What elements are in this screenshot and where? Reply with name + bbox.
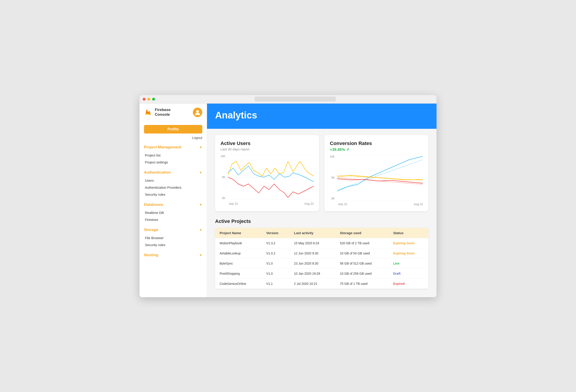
avatar[interactable]	[193, 108, 202, 117]
sidebar-item-file-browser[interactable]: File Browser	[144, 234, 202, 241]
cell-storage: 10 GB of 256 GB used	[336, 268, 389, 278]
sidebar-item-firestore[interactable]: Firestore	[144, 216, 202, 223]
cell-last-activity: 12 Jun 2020 9:30	[289, 248, 335, 258]
authentication-title: Authentication	[144, 170, 171, 175]
cell-project-name: MotionPlaybook	[215, 238, 262, 248]
active-projects-section: Active Projects Project Name Version Las…	[215, 218, 428, 289]
sidebar-section-hosting: Hosting ▼	[140, 248, 207, 260]
cell-project-name: AirtableLookup	[215, 248, 262, 258]
table-header-row: Project Name Version Last activity Stora…	[215, 228, 428, 238]
logout-button[interactable]: Logout	[140, 135, 207, 141]
sidebar-section-authentication: Authentication ▼ Users Authentication Pr…	[140, 166, 207, 198]
projects-table-body: MotionPlaybook V1.3.2 15 May 2020 8:24 5…	[215, 238, 428, 289]
storage-header[interactable]: Storage ▼	[144, 228, 202, 232]
databases-title: Databases	[144, 202, 163, 207]
sidebar-section-project-management: Project Management ▼ Project list Projec…	[140, 141, 207, 166]
active-projects-title: Active Projects	[215, 218, 428, 224]
active-users-x-end: Aug 22	[304, 202, 314, 205]
sidebar-section-storage: Storage ▼ File Browser Security rules	[140, 223, 207, 248]
firebase-logo-icon	[144, 108, 152, 117]
cell-version: V1.3.2	[262, 238, 289, 248]
cell-project-name: ByteSync	[215, 258, 262, 268]
y-label-top: 10K	[221, 155, 225, 158]
sidebar-item-realtime-db[interactable]: Realtime DB	[144, 209, 202, 216]
brand-name: Firebase Console	[155, 108, 171, 117]
cell-version: V1.0.2	[262, 248, 289, 258]
cr-x-end: Aug 22	[414, 202, 423, 206]
titlebar	[140, 95, 436, 104]
conversion-rates-title: Conversion Rates	[330, 141, 423, 146]
titlebar-search-area	[157, 97, 433, 102]
active-users-subtitle: Last 30 days report	[221, 147, 314, 151]
cr-y-label-bot: 0K	[330, 197, 335, 200]
chart-row: Active Users Last 30 days report 10K 5K …	[215, 135, 428, 211]
conversion-rates-x-labels: July 22 Aug 22	[330, 202, 423, 206]
sidebar-item-auth-providers[interactable]: Authentication Providers	[144, 184, 202, 191]
table-row: CodeGeniusOnline V1.1 2 Jul 2020 10:21 7…	[215, 278, 428, 289]
table-row: ByteSync V1.0 23 Jun 2020 8:30 56 GB of …	[215, 258, 428, 268]
brand: Firebase Console	[144, 108, 171, 117]
table-row: MotionPlaybook V1.3.2 15 May 2020 8:24 5…	[215, 238, 428, 248]
sidebar-item-project-list[interactable]: Project list	[144, 152, 202, 159]
table-row: PixelShopping V1.0 10 Jan 2020 19:28 10 …	[215, 268, 428, 278]
active-users-chart	[228, 155, 314, 200]
project-management-header[interactable]: Project Management ▼	[144, 145, 202, 150]
cr-y-label-top: 10K	[330, 155, 335, 158]
y-label-bot: 0K	[221, 197, 225, 200]
col-header-last-activity: Last activity	[289, 228, 335, 238]
url-bar[interactable]	[255, 97, 336, 102]
maximize-button[interactable]	[152, 98, 155, 101]
col-header-name: Project Name	[215, 228, 262, 238]
conversion-rates-card: Conversion Rates +39.45% ↗ 10K 5K 0K	[324, 135, 428, 211]
cell-storage: 520 GB of 2 TB used	[336, 238, 389, 248]
app-layout: Firebase Console Profile Logout Project …	[140, 104, 436, 297]
table-row: AirtableLookup V1.0.2 12 Jun 2020 9:30 1…	[215, 248, 428, 258]
profile-button[interactable]: Profile	[144, 125, 202, 134]
projects-table-wrapper: Project Name Version Last activity Stora…	[215, 228, 428, 289]
col-header-storage: Storage used	[336, 228, 389, 238]
active-users-x-start: July 22	[229, 202, 238, 205]
col-header-version: Version	[262, 228, 289, 238]
sidebar-item-storage-security-rules[interactable]: Security rules	[144, 241, 202, 248]
hosting-header[interactable]: Hosting ▼	[144, 253, 202, 257]
cell-project-name: PixelShopping	[215, 268, 262, 278]
cell-project-name: CodeGeniusOnline	[215, 278, 262, 289]
sidebar-header: Firebase Console	[140, 104, 207, 121]
conversion-rates-change: +39.45% ↗	[330, 147, 423, 152]
cell-status: Live	[389, 258, 428, 268]
close-button[interactable]	[143, 98, 145, 101]
cell-status: Expiring Soon	[389, 248, 428, 258]
conversion-rates-chart-area	[337, 155, 423, 201]
svg-point-0	[196, 110, 199, 113]
app-window: Firebase Console Profile Logout Project …	[140, 95, 436, 297]
main-header: Analytics	[207, 104, 436, 129]
sidebar-item-users[interactable]: Users	[144, 177, 202, 184]
project-management-title: Project Management	[144, 145, 181, 150]
cell-version: V1.1	[262, 278, 289, 289]
conversion-rates-y-axis: 10K 5K 0K	[330, 155, 336, 200]
col-header-status: Status	[389, 228, 428, 238]
cell-status: Draft	[389, 268, 428, 278]
page-title: Analytics	[215, 110, 428, 121]
sidebar-item-security-rules[interactable]: Security rules	[144, 191, 202, 198]
cell-version: V1.0	[262, 258, 289, 268]
databases-header[interactable]: Databases ▼	[144, 202, 202, 207]
sidebar-item-project-settings[interactable]: Project settings	[144, 159, 202, 166]
active-users-x-labels: July 22 Aug 22	[221, 202, 314, 205]
minimize-button[interactable]	[147, 98, 150, 101]
hosting-chevron-icon: ▼	[199, 253, 202, 257]
active-users-card: Active Users Last 30 days report 10K 5K …	[215, 135, 319, 211]
main-content: Analytics Active Users Last 30 days repo…	[207, 104, 436, 297]
sidebar-section-databases: Databases ▼ Realtime DB Firestore	[140, 198, 207, 223]
authentication-header[interactable]: Authentication ▼	[144, 170, 202, 175]
y-label-mid: 5K	[221, 176, 225, 179]
active-users-chart-area	[228, 155, 314, 201]
hosting-title: Hosting	[144, 253, 158, 257]
cell-storage: 75 GB of 1 TB used	[336, 278, 389, 289]
cell-last-activity: 15 May 2020 8:24	[289, 238, 335, 248]
conversion-rates-chart	[337, 155, 423, 200]
storage-title: Storage	[144, 228, 158, 232]
main-body: Active Users Last 30 days report 10K 5K …	[207, 129, 436, 295]
sidebar: Firebase Console Profile Logout Project …	[140, 104, 207, 297]
cell-version: V1.0	[262, 268, 289, 278]
